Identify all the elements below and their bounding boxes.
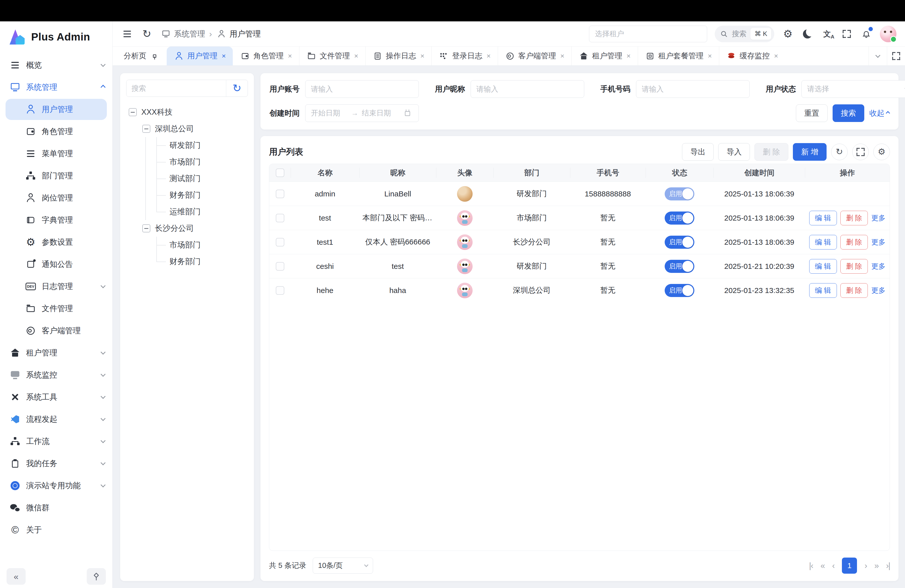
sidebar-item[interactable]: 概览	[0, 54, 113, 76]
tenant-select[interactable]: 选择租户	[589, 25, 707, 42]
row-checkbox[interactable]	[276, 262, 284, 271]
import-button[interactable]: 导入	[718, 143, 750, 161]
sidebar-item[interactable]: 字典管理	[0, 209, 113, 231]
tree-collapse-icon[interactable]	[142, 224, 150, 232]
tree-refresh-button[interactable]	[226, 80, 248, 97]
sidebar-item[interactable]: 租户管理	[0, 342, 113, 364]
row-delete-button[interactable]: 删 除	[840, 283, 868, 298]
language-switch-button[interactable]: 文A	[821, 28, 833, 40]
tab-close-icon[interactable]: ×	[354, 52, 358, 60]
sidebar-item[interactable]: 部门管理	[0, 165, 113, 187]
breadcrumb-system[interactable]: 系统管理	[160, 29, 205, 40]
date-range-picker[interactable]: 开始日期 → 结束日期	[305, 104, 419, 122]
next-group-button[interactable]: »	[874, 561, 878, 571]
tree-collapse-icon[interactable]	[142, 125, 150, 133]
phone-input[interactable]	[642, 85, 744, 93]
page-size-select[interactable]: 10条/页	[313, 558, 373, 574]
sidebar-item[interactable]: 流程发起	[0, 408, 113, 430]
next-page-button[interactable]: ›	[865, 561, 867, 571]
tab[interactable]: 用户管理 ×	[167, 46, 233, 65]
tree-node[interactable]: 测试部门	[126, 170, 248, 187]
sidebar-item[interactable]: 系统监控	[0, 364, 113, 386]
tab[interactable]: 登录日志 ×	[431, 46, 497, 65]
row-checkbox[interactable]	[276, 238, 284, 246]
tree-node[interactable]: 财务部门	[126, 187, 248, 203]
sidebar-collapse-button[interactable]: «	[6, 568, 25, 585]
last-page-button[interactable]: ›|	[886, 561, 890, 571]
tree-node[interactable]: 市场部门	[126, 154, 248, 170]
status-toggle[interactable]: 启用	[665, 260, 694, 273]
sidebar-item[interactable]: 通知公告	[0, 253, 113, 275]
delete-button[interactable]: 删 除	[754, 143, 788, 161]
dark-mode-toggle[interactable]	[802, 28, 813, 40]
hamburger-menu-button[interactable]	[121, 28, 133, 40]
tab-close-icon[interactable]: ×	[420, 52, 424, 60]
sidebar-item[interactable]: 菜单管理	[0, 143, 113, 165]
table-fullscreen-button[interactable]	[852, 144, 869, 160]
sidebar-item[interactable]: 客户端管理	[0, 319, 113, 342]
search-button[interactable]: 搜索	[833, 104, 864, 122]
tab[interactable]: 租户套餐管理 ×	[638, 46, 719, 65]
brand[interactable]: Plus Admin	[0, 21, 113, 51]
tree-search-input[interactable]	[127, 80, 226, 97]
breadcrumb-current[interactable]: 用户管理	[216, 29, 261, 40]
tree-node[interactable]: 研发部门	[126, 137, 248, 154]
settings-button[interactable]	[782, 28, 794, 40]
sidebar-item[interactable]: 系统管理	[0, 76, 113, 99]
tab-close-icon[interactable]: ×	[626, 52, 630, 60]
select-all-checkbox[interactable]	[276, 168, 284, 177]
edit-button[interactable]: 编 辑	[809, 235, 837, 250]
tab[interactable]: 角色管理 ×	[233, 46, 299, 65]
more-actions-link[interactable]: 更多	[871, 262, 885, 271]
sidebar-item[interactable]: 文件管理	[0, 297, 113, 319]
sidebar-item[interactable]: 工作流	[0, 430, 113, 453]
content-fullscreen-button[interactable]	[887, 46, 905, 65]
tab-close-icon[interactable]: ×	[222, 52, 226, 60]
first-page-button[interactable]: |‹	[809, 561, 813, 571]
tree-node[interactable]: XXX科技	[126, 104, 248, 121]
tab[interactable]: 操作日志 ×	[365, 46, 431, 65]
sidebar-item[interactable]: 系统工具	[0, 386, 113, 408]
reset-button[interactable]: 重置	[796, 104, 827, 122]
tab[interactable]: 文件管理 ×	[299, 46, 365, 65]
tab-close-icon[interactable]: ×	[560, 52, 564, 60]
tab[interactable]: 租户管理 ×	[572, 46, 638, 65]
account-input[interactable]	[311, 85, 413, 93]
edit-button[interactable]: 编 辑	[809, 211, 837, 225]
page-number-current[interactable]: 1	[842, 558, 857, 574]
tab-close-icon[interactable]: ×	[774, 52, 778, 60]
tab[interactable]: 客户端管理 ×	[498, 46, 572, 65]
sidebar-item[interactable]: 角色管理	[0, 121, 113, 143]
tab[interactable]: 分析页	[117, 46, 167, 65]
sidebar-item[interactable]: 我的任务	[0, 453, 113, 475]
sidebar-item[interactable]: 日志管理	[0, 275, 113, 297]
status-toggle[interactable]: 启用	[665, 236, 694, 249]
tree-node[interactable]: 长沙分公司	[126, 220, 248, 237]
more-actions-link[interactable]: 更多	[871, 237, 885, 247]
row-checkbox[interactable]	[276, 190, 284, 198]
status-toggle[interactable]: 启用	[665, 284, 694, 297]
refresh-page-button[interactable]	[141, 28, 153, 40]
sidebar-item[interactable]: 用户管理	[6, 99, 107, 120]
tab-close-icon[interactable]: ×	[708, 52, 712, 60]
row-delete-button[interactable]: 删 除	[840, 259, 868, 273]
tree-collapse-icon[interactable]	[129, 108, 137, 116]
tab-close-icon[interactable]: ×	[486, 52, 491, 60]
export-button[interactable]: 导出	[682, 143, 714, 161]
row-delete-button[interactable]: 删 除	[840, 211, 868, 225]
sidebar-item[interactable]: 参数设置	[0, 231, 113, 253]
tree-node[interactable]: 市场部门	[126, 237, 248, 253]
table-settings-button[interactable]	[873, 144, 890, 160]
row-checkbox[interactable]	[276, 286, 284, 295]
sidebar-item[interactable]: 岗位管理	[0, 187, 113, 209]
status-toggle[interactable]: 启用	[665, 211, 694, 224]
edit-button[interactable]: 编 辑	[809, 283, 837, 298]
global-search[interactable]: 搜索 ⌘ K	[715, 25, 774, 42]
status-toggle[interactable]: 启用	[665, 188, 694, 200]
avatar[interactable]	[880, 25, 897, 42]
tree-node[interactable]: 财务部门	[126, 253, 248, 270]
row-delete-button[interactable]: 删 除	[840, 235, 868, 250]
sidebar-pin-button[interactable]	[87, 568, 106, 585]
status-select[interactable]: 请选择	[802, 80, 905, 98]
tree-node[interactable]: 深圳总公司	[126, 121, 248, 137]
